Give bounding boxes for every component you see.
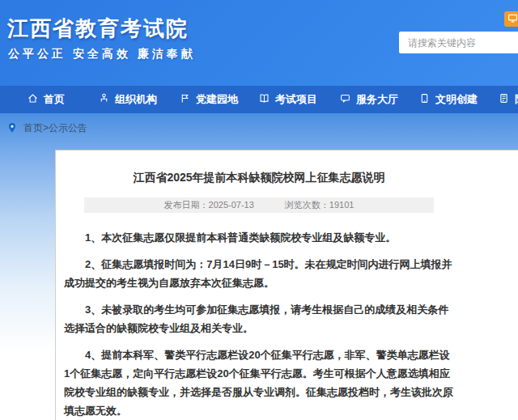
nav-item-home[interactable]: 首页: [28, 86, 65, 113]
nav-item-clipped[interactable]: 阳: [499, 86, 518, 113]
nav-item-label: 考试项目: [275, 92, 317, 107]
location-pin-icon: [6, 122, 18, 134]
article-title: 江西省2025年提前本科缺额院校网上征集志愿说明: [64, 169, 454, 185]
page: 江西省教育考试院 公平公正 安全高效 廉洁奉献 首页: [0, 0, 518, 420]
search-button[interactable]: [504, 11, 518, 27]
org-chart-icon: [99, 93, 109, 106]
flag-icon: [180, 93, 190, 106]
nav-item-label: 文明创建: [435, 92, 478, 107]
article-meta-bar: 发布日期：2025-07-13 浏览次数：19101: [84, 197, 434, 213]
main-nav: 首页 组织机构 党建园地 考试项目: [0, 86, 518, 113]
publish-date-label: 发布日期：: [164, 200, 209, 210]
article-paragraph: 4、提前本科军、警类平行志愿栏设20个征集平行志愿，非军、警类单志愿栏设1个征集…: [64, 346, 454, 420]
publish-date: 发布日期：2025-07-13: [164, 199, 254, 211]
nav-item-label: 组织机构: [115, 92, 157, 107]
nav-item-label: 服务大厅: [356, 92, 398, 107]
site-header: 江西省教育考试院 公平公正 安全高效 廉洁奉献: [0, 0, 518, 86]
nav-item-service-hall[interactable]: 服务大厅: [340, 86, 398, 113]
breadcrumb-path: 首页>公示公告: [23, 121, 87, 135]
search-input[interactable]: [399, 32, 518, 53]
nav-item-label: 阳: [515, 92, 518, 107]
view-count: 浏览次数：19101: [285, 199, 355, 211]
nav-item-party-building[interactable]: 党建园地: [180, 86, 238, 113]
nav-item-label: 党建园地: [196, 92, 238, 107]
nav-item-organization[interactable]: 组织机构: [99, 86, 157, 113]
view-count-label: 浏览次数：: [285, 200, 329, 210]
home-icon: [28, 93, 38, 106]
nav-item-exam-projects[interactable]: 考试项目: [259, 86, 317, 113]
nav-item-civilization[interactable]: 文明创建: [419, 86, 478, 113]
content-panel: 江西省2025年提前本科缺额院校网上征集志愿说明 发布日期：2025-07-13…: [55, 150, 518, 420]
article: 江西省2025年提前本科缺额院校网上征集志愿说明 发布日期：2025-07-13…: [56, 151, 464, 420]
chat-bubble-icon: [340, 93, 350, 106]
nav-item-label: 首页: [44, 92, 65, 107]
publish-date-value: 2025-07-13: [209, 200, 254, 210]
document-icon: [499, 93, 509, 106]
article-paragraph: 3、未被录取的考生均可参加征集志愿填报，请考生根据自己的成绩及相关条件选择适合的…: [64, 300, 454, 337]
open-book-icon: [259, 93, 270, 106]
site-title: 江西省教育考试院: [7, 15, 189, 43]
article-paragraph: 2、征集志愿填报时间为：7月14日9时－15时。未在规定时间内进行网上填报并成功…: [64, 255, 454, 292]
tablet-icon: [419, 93, 430, 106]
breadcrumb[interactable]: 首页>公示公告: [6, 120, 87, 136]
article-paragraph: 1、本次征集志愿仅限提前本科普通类缺额院校专业组及缺额专业。: [64, 228, 454, 247]
monitor-icon: [507, 13, 518, 26]
site-slogan: 公平公正 安全高效 廉洁奉献: [8, 47, 196, 62]
view-count-value: 19101: [329, 200, 355, 210]
